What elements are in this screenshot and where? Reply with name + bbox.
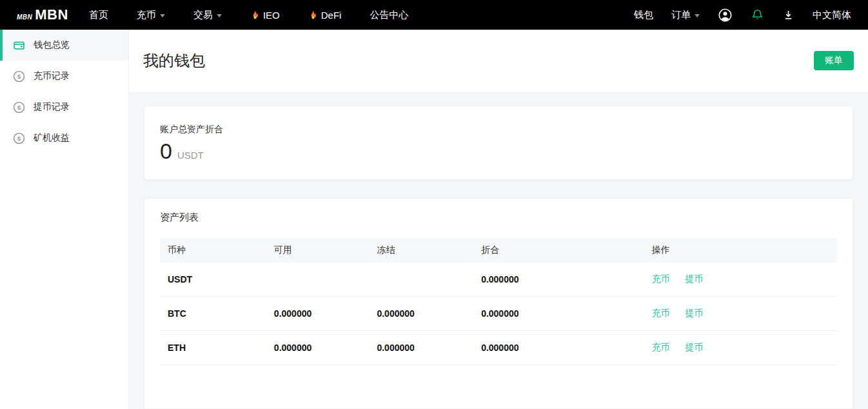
frozen-value: 0.000000: [369, 331, 473, 365]
bell-icon: [751, 8, 764, 22]
table-row: USDT 0.000000 充币 提币: [160, 263, 837, 297]
language-label: 中文简体: [813, 9, 851, 21]
wallet-icon: [13, 39, 25, 52]
sidebar-item-label: 提币记录: [34, 101, 70, 113]
converted-value: 0.000000: [473, 331, 644, 365]
withdraw-link[interactable]: 提币: [686, 342, 704, 352]
deposit-link[interactable]: 充币: [652, 308, 670, 318]
withdraw-link[interactable]: 提币: [686, 274, 704, 284]
notifications-button[interactable]: [751, 8, 764, 22]
top-navbar: MBN MBN 首页 充币 交易 IEO DeFi 公告中心: [0, 0, 868, 30]
nav-label: 订单: [671, 9, 691, 21]
sidebar-item-wallet-overview[interactable]: 钱包总览: [0, 30, 128, 61]
asset-table-header: 币种 可用 冻结 折合 操作: [160, 238, 837, 263]
logo-text: MBN: [35, 6, 68, 23]
coin-name: ETH: [160, 331, 266, 365]
table-row: ETH 0.000000 0.000000 0.000000 充币 提币: [160, 331, 837, 365]
frozen-value: 0.000000: [369, 297, 473, 331]
fire-icon: [250, 10, 260, 20]
user-account-icon: [718, 8, 733, 23]
available-value: 0.000000: [266, 297, 370, 331]
nav-label: DeFi: [321, 10, 342, 21]
total-assets-card: 账户总资产折合 0 USDT: [144, 106, 853, 180]
nav-label: IEO: [263, 10, 280, 21]
nav-item-wallet[interactable]: 钱包: [634, 9, 653, 21]
sidebar: 钱包总览 $ 充币记录 $ 提币记录 $ 矿机收益: [0, 30, 129, 409]
total-assets-value-row: 0 USDT: [160, 139, 837, 164]
converted-value: 0.000000: [473, 263, 644, 297]
col-actions: 操作: [644, 238, 837, 263]
main-content: 我的钱包 账单 账户总资产折合 0 USDT 资产列表: [129, 30, 868, 409]
deposit-link[interactable]: 充币: [652, 342, 670, 352]
nav-right: 钱包 订单 中文简体: [634, 8, 851, 23]
col-available: 可用: [266, 238, 370, 263]
logo-mark: MBN: [17, 14, 32, 21]
asset-table: 币种 可用 冻结 折合 操作 USDT 0.000000: [160, 238, 837, 365]
dollar-circle-icon: $: [13, 70, 25, 83]
download-icon: [782, 9, 794, 21]
nav-label: 钱包: [634, 9, 653, 21]
nav-label: 交易: [193, 9, 213, 21]
available-value: [266, 263, 370, 297]
account-button[interactable]: [718, 8, 733, 23]
deposit-link[interactable]: 充币: [652, 274, 670, 284]
dollar-circle-icon: $: [13, 132, 25, 145]
language-selector[interactable]: 中文简体: [813, 9, 851, 21]
nav-item-deposit[interactable]: 充币: [137, 9, 165, 21]
col-converted: 折合: [473, 238, 644, 263]
bill-button[interactable]: 账单: [814, 51, 854, 70]
frozen-value: [369, 263, 473, 297]
sidebar-item-deposit-records[interactable]: $ 充币记录: [0, 61, 128, 92]
nav-item-announcements[interactable]: 公告中心: [370, 9, 408, 21]
sidebar-item-label: 充币记录: [34, 70, 70, 82]
sidebar-item-mining-income[interactable]: $ 矿机收益: [0, 123, 128, 154]
sidebar-item-label: 矿机收益: [34, 132, 70, 144]
chevron-down-icon: [695, 14, 700, 17]
col-coin: 币种: [160, 238, 266, 263]
table-row: BTC 0.000000 0.000000 0.000000 充币 提币: [160, 297, 837, 331]
converted-value: 0.000000: [473, 297, 644, 331]
fire-icon: [308, 10, 318, 20]
download-button[interactable]: [782, 9, 794, 21]
asset-list-card: 资产列表 币种 可用 冻结 折合 操作: [144, 198, 853, 409]
sidebar-item-label: 钱包总览: [34, 39, 70, 51]
nav-item-orders[interactable]: 订单: [671, 9, 700, 21]
total-assets-unit: USDT: [177, 150, 204, 161]
brand-logo[interactable]: MBN MBN: [17, 6, 68, 23]
nav-item-home[interactable]: 首页: [89, 9, 108, 21]
chevron-down-icon: [160, 14, 165, 17]
nav-label: 首页: [89, 9, 108, 21]
col-frozen: 冻结: [369, 238, 473, 263]
available-value: 0.000000: [266, 331, 370, 365]
svg-text:$: $: [17, 104, 21, 111]
coin-name: BTC: [160, 297, 266, 331]
nav-label: 充币: [137, 9, 156, 21]
total-assets-value: 0: [160, 139, 172, 164]
sidebar-item-withdraw-records[interactable]: $ 提币记录: [0, 92, 128, 123]
chevron-down-icon: [217, 14, 222, 17]
page-title: 我的钱包: [143, 50, 205, 71]
page-header: 我的钱包 账单: [129, 30, 868, 92]
asset-list-title: 资产列表: [160, 212, 837, 224]
total-assets-label: 账户总资产折合: [160, 124, 837, 135]
dollar-circle-icon: $: [13, 101, 25, 114]
content-area: 账户总资产折合 0 USDT 资产列表 币种: [129, 92, 868, 409]
svg-text:$: $: [17, 135, 21, 142]
nav-item-ieo[interactable]: IEO: [250, 10, 280, 21]
nav-label: 公告中心: [370, 9, 408, 21]
nav-item-trade[interactable]: 交易: [193, 9, 222, 21]
main-nav: 首页 充币 交易 IEO DeFi 公告中心: [89, 9, 409, 21]
withdraw-link[interactable]: 提币: [686, 308, 704, 318]
nav-item-defi[interactable]: DeFi: [308, 10, 342, 21]
coin-name: USDT: [160, 263, 266, 297]
svg-text:$: $: [17, 73, 21, 80]
